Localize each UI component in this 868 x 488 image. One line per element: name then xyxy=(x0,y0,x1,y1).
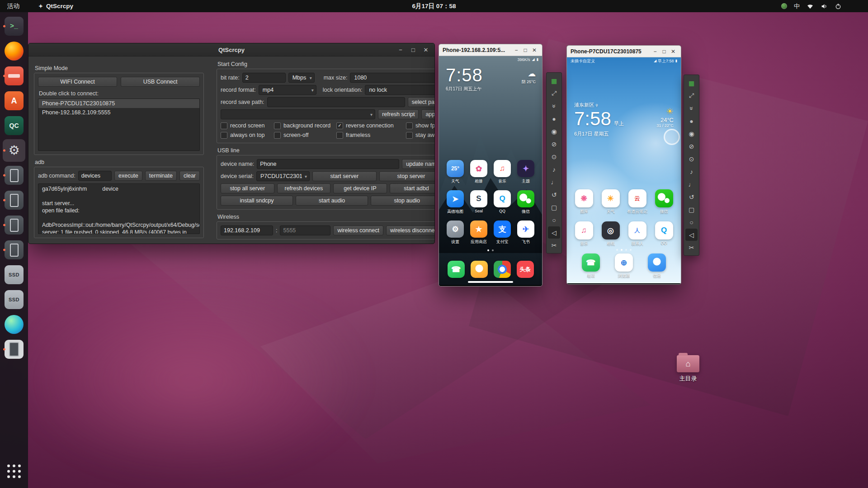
wireless-connect-button[interactable]: wireless connect xyxy=(333,225,383,235)
dock-chrome-app[interactable] xyxy=(494,261,511,278)
screen-show-icon[interactable]: ◉ xyxy=(685,127,698,140)
select-path-button[interactable]: select path xyxy=(408,97,435,107)
app-switch-icon[interactable]: ▢ xyxy=(685,203,698,216)
touch-toggle-icon[interactable]: ● xyxy=(685,115,698,127)
app-wechat[interactable]: 微信 xyxy=(655,189,673,215)
reverse-connection-checkbox[interactable]: ✓reverse connection xyxy=(336,122,403,130)
back-icon[interactable]: ◁ xyxy=(548,226,560,239)
dock-globe-app[interactable] xyxy=(3,313,25,336)
clear-button[interactable]: clear xyxy=(179,171,200,181)
wifi-connect-button[interactable]: WIFI Connect xyxy=(38,77,117,87)
screen-show-icon[interactable]: ◉ xyxy=(548,125,560,137)
dock-phone-app[interactable]: ☎电话 xyxy=(582,253,600,279)
dock-messages-app[interactable]: 信息 xyxy=(648,253,666,279)
rotate-screen-icon[interactable]: ↺ xyxy=(685,191,698,203)
phone1-screen[interactable]: 396K/s ◢ ▮ 7:58 6月17日 周五上午 ☁ 阴 25°C 25°天… xyxy=(439,56,542,285)
activities-button[interactable]: 活动 xyxy=(0,0,27,12)
wireless-disconnect-button[interactable]: wireless disconnect xyxy=(386,225,435,235)
maximize-button[interactable]: □ xyxy=(408,45,418,55)
home-icon[interactable]: ○ xyxy=(548,214,560,226)
app-feishu[interactable]: ✈飞书 xyxy=(517,221,534,245)
adb-command-input[interactable] xyxy=(78,171,112,181)
bit-rate-input[interactable] xyxy=(242,73,286,83)
system-indicators[interactable]: 中 xyxy=(781,2,868,10)
expand-menu-icon[interactable]: » xyxy=(548,100,560,112)
app-weather[interactable]: 25°天气 xyxy=(447,160,464,184)
start-audio-button[interactable]: start audio xyxy=(296,196,368,206)
dock-software-store[interactable]: A xyxy=(3,89,25,112)
adb-log-output[interactable]: ga7d65ylnj6xinhm device start server... … xyxy=(38,183,200,234)
app-qq[interactable]: QQQ xyxy=(655,221,673,247)
app-alipay[interactable]: 支支付宝 xyxy=(494,221,511,245)
record-format-select[interactable]: mp4 ▾ xyxy=(259,85,316,95)
app-gallery[interactable]: ✿相册 xyxy=(470,160,487,184)
record-save-path-input[interactable] xyxy=(267,97,405,107)
app-qq[interactable]: QQQ xyxy=(494,190,511,215)
close-button[interactable]: ✕ xyxy=(530,47,538,53)
power-icon[interactable]: ⊙ xyxy=(685,153,698,165)
device-list[interactable]: Phone-P7CDU17C23010875 Phone-192.168.2.1… xyxy=(38,99,200,151)
app-switch-icon[interactable]: ▢ xyxy=(548,201,560,213)
device-list-item[interactable]: Phone-192.168.2.109:5555 xyxy=(38,108,199,117)
stop-all-server-button[interactable]: stop all server xyxy=(221,183,274,193)
refresh-devices-button[interactable]: refresh devices xyxy=(277,183,331,193)
maximize-button[interactable]: □ xyxy=(660,48,668,55)
app-gallery[interactable]: ❋图库 xyxy=(575,189,593,215)
app-contacts[interactable]: 人联系人 xyxy=(628,221,646,247)
home-folder[interactable]: ⌂ 主目录 xyxy=(672,355,704,383)
clock[interactable]: 6月17日 07：58 xyxy=(412,2,456,10)
app-store[interactable]: ★应用商店 xyxy=(470,221,487,245)
max-size-select[interactable]: 1080 ▾ xyxy=(350,73,435,83)
device-list-item[interactable]: Phone-P7CDU17C23010875 xyxy=(38,99,199,108)
usb-connect-button[interactable]: USB Connect xyxy=(121,77,200,87)
dock-settings[interactable]: ⚙ xyxy=(3,139,25,162)
volume-down-icon[interactable]: ♩ xyxy=(685,178,698,190)
phone2-screen[interactable]: 未插卡自定义 ◢ 早上7:58 ▮ 浦东新区 ⚲ 7:58 早上 6月17日 星… xyxy=(567,57,681,283)
screen-hide-icon[interactable]: ⊘ xyxy=(685,140,698,152)
phone2-titlebar[interactable]: Phone-P7CDU17C23010875 − □ ✕ xyxy=(567,46,681,57)
volume-up-icon[interactable]: ♪ xyxy=(685,165,698,178)
dock-device-1[interactable] xyxy=(3,164,25,187)
execute-button[interactable]: execute xyxy=(114,171,142,181)
app-music[interactable]: ♫音乐 xyxy=(575,221,593,247)
stay-awake-checkbox[interactable]: stay awake xyxy=(406,131,435,139)
stop-audio-button[interactable]: stop audio xyxy=(371,196,435,206)
dock-tablet-device[interactable] xyxy=(3,338,25,361)
close-button[interactable]: ✕ xyxy=(669,48,677,55)
app-wechat[interactable]: 微信 xyxy=(517,190,534,215)
app-settings[interactable]: ⚙设置 xyxy=(447,221,464,245)
assistive-ball[interactable] xyxy=(664,129,680,145)
app-camera[interactable]: ◎相机 xyxy=(602,221,620,247)
always-on-top-checkbox[interactable]: always on top xyxy=(221,131,271,139)
get-device-ip-button[interactable]: get device IP xyxy=(333,183,387,193)
home-indicator[interactable] xyxy=(468,281,513,283)
screenshot-icon[interactable]: ✂ xyxy=(685,241,698,253)
minimize-button[interactable]: − xyxy=(512,47,520,53)
wireless-port-input[interactable] xyxy=(280,225,330,235)
start-adbd-button[interactable]: start adbd xyxy=(390,183,435,193)
update-name-button[interactable]: update name xyxy=(402,159,435,169)
close-button[interactable]: ✕ xyxy=(421,45,431,55)
terminate-button[interactable]: terminate xyxy=(145,171,177,181)
script-select[interactable]: ▾ xyxy=(221,109,375,119)
bit-rate-unit-select[interactable]: Mbps ▾ xyxy=(288,73,315,83)
screen-hide-icon[interactable]: ⊘ xyxy=(548,138,560,150)
fullscreen-icon[interactable]: ⤢ xyxy=(685,89,698,102)
dock-phone-app[interactable]: ☎ xyxy=(448,261,465,278)
dock-ssd-2[interactable]: SSD xyxy=(3,288,25,311)
dock-messages-app[interactable] xyxy=(471,261,488,278)
home-icon[interactable]: ○ xyxy=(685,216,698,228)
dock-browser-app[interactable]: ⊕浏览器 xyxy=(615,253,633,279)
frameless-checkbox[interactable]: frameless xyxy=(336,131,403,139)
input-method-indicator[interactable]: 中 xyxy=(794,2,800,10)
fullscreen-icon[interactable]: ⤢ xyxy=(548,87,560,99)
device-serial-select[interactable]: P7CDU17C23010 ▾ xyxy=(256,171,310,181)
device-name-input[interactable] xyxy=(257,159,399,169)
maximize-button[interactable]: □ xyxy=(521,47,529,53)
dock-device-4[interactable] xyxy=(3,239,25,261)
dock-archive-manager[interactable] xyxy=(3,65,25,87)
app-music[interactable]: ♫音乐 xyxy=(494,160,511,184)
phone1-titlebar[interactable]: Phone-192.168.2.109:5... − □ ✕ xyxy=(439,44,542,56)
touch-toggle-icon[interactable]: ● xyxy=(548,113,560,125)
minimize-button[interactable]: − xyxy=(651,48,659,55)
